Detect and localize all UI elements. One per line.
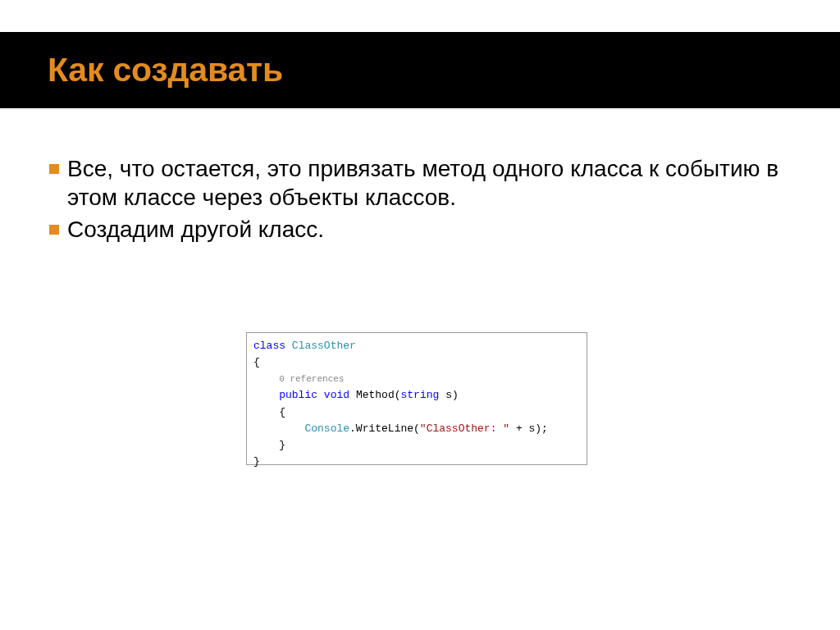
code-call: .WriteLine( (349, 422, 420, 435)
code-method: Method (356, 389, 395, 401)
code-brace: { (253, 404, 580, 421)
code-tail: + s); (509, 422, 548, 435)
code-snippet: class ClassOther{ 0 references public vo… (246, 332, 587, 465)
code-string: "ClassOther: " (420, 422, 509, 435)
bullet-item: Создадим другой класс. (49, 215, 791, 244)
bullet-item: Все, что остается, это привязать метод о… (49, 154, 791, 212)
bullet-marker-icon (49, 225, 59, 235)
header-band: Как создавать (0, 32, 840, 108)
slide: Как создавать Все, что остается, это при… (0, 0, 840, 630)
header-divider (18, 112, 822, 115)
bullet-text: Создадим другой класс. (67, 215, 791, 244)
code-keyword: public (279, 389, 317, 401)
bullet-marker-icon (49, 164, 59, 174)
bullet-text: Все, что остается, это привязать метод о… (67, 154, 791, 212)
code-references: 0 references (279, 374, 344, 384)
code-classname: ClassOther (292, 340, 356, 352)
code-keyword: void (324, 389, 349, 401)
code-param: s (445, 389, 452, 401)
code-keyword: string (401, 389, 440, 401)
code-brace: { (253, 354, 580, 371)
code-keyword: class (253, 340, 285, 352)
body-content: Все, что остается, это привязать метод о… (49, 154, 791, 244)
code-brace: } (253, 437, 580, 454)
slide-title: Как создавать (48, 51, 283, 89)
code-classname: Console (304, 422, 349, 435)
code-brace: } (253, 454, 580, 470)
